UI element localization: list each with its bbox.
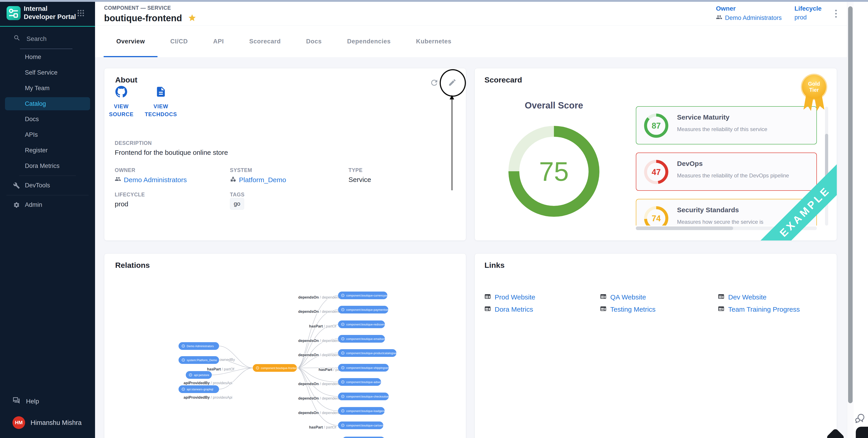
owner-field-link[interactable]: Demo Administrators [115, 176, 187, 184]
tab-kubernetes[interactable]: Kubernetes [403, 26, 464, 57]
kebab-menu-icon[interactable] [831, 9, 840, 19]
relations-card: Relations dependsOn / dependencyOfdepend… [104, 254, 466, 438]
score-item-service-maturity[interactable]: 87 Service Maturity Measures the reliabi… [636, 106, 817, 144]
sidebar-item-dora-metrics[interactable]: Dora Metrics [0, 158, 95, 174]
content-area: About VIEW SOURCE VIEW TECHDOCS DESCRIPT… [95, 57, 868, 438]
sidebar-item-my-team[interactable]: My Team [0, 80, 95, 96]
relations-graph: dependsOn / dependencyOfdependsOn / depe… [104, 254, 466, 438]
relation-node-component-boutique-shippingservice[interactable]: component:boutique-shippingservice [338, 364, 394, 372]
relation-node-api-petstore[interactable]: api:petstore [186, 371, 212, 379]
score-name: DevOps [677, 160, 703, 167]
sidebar-item-apis[interactable]: APIs [0, 127, 95, 143]
tab-api[interactable]: API [200, 26, 237, 57]
link-qa-website[interactable]: QA Website [600, 293, 718, 302]
relation-node-component-boutique-loadgenerator[interactable]: component:boutique-loadgenerator [338, 407, 392, 415]
relation-node-component-boutique-paymentservice[interactable]: component:boutique-paymentservice [338, 306, 394, 313]
sidebar-item-catalog[interactable]: Catalog [5, 97, 90, 110]
edge-label: apiProvidedBy / providesApi [184, 381, 232, 385]
score-hscrollbar-thumb[interactable] [636, 227, 733, 230]
favorite-star-icon[interactable] [188, 13, 196, 23]
view-source-button[interactable]: VIEW SOURCE [104, 86, 138, 118]
help-icon [12, 397, 20, 406]
group-icon [716, 14, 722, 22]
relation-node-component-boutique-cartservice[interactable]: component:boutique-cartservice [338, 422, 388, 429]
portal-logo[interactable] [6, 6, 21, 20]
tab-scorecard[interactable]: Scorecard [237, 26, 293, 57]
chat-widget-icon[interactable] [854, 413, 866, 425]
tab-ci-cd[interactable]: CI/CD [157, 26, 200, 57]
tab-docs[interactable]: Docs [293, 26, 335, 57]
window-top-strip [0, 0, 868, 2]
sidebar-item-help[interactable]: Help [12, 397, 39, 406]
link-prod-website[interactable]: Prod Website [484, 293, 600, 302]
corner-widget [856, 427, 868, 438]
score-name: Security Standards [677, 206, 739, 214]
about-card: About VIEW SOURCE VIEW TECHDOCS DESCRIPT… [104, 68, 466, 241]
gold-tier-badge: Gold Tier [802, 75, 826, 111]
user-menu[interactable]: HM Himanshu Mishra [12, 416, 82, 429]
relation-edge [297, 295, 338, 368]
sidebar-item-register[interactable]: Register [0, 143, 95, 158]
relation-node-center-boutique-frontend[interactable]: component:boutique-frontend [253, 364, 299, 372]
score-name: Service Maturity [677, 113, 730, 121]
link-dora-metrics[interactable]: Dora Metrics [484, 305, 600, 314]
score-list: 87 Service Maturity Measures the reliabi… [636, 106, 817, 226]
relation-node-system-platform-demo[interactable]: system:Platform_Demo [179, 356, 219, 364]
sidebar: Internal Developer Portal Search HomeSel… [0, 0, 95, 438]
header-lifecycle: Lifecycle prod [795, 5, 822, 21]
system-field-link[interactable]: Platform_Demo [230, 176, 286, 184]
lifecycle-field-value: prod [115, 200, 128, 208]
tab-overview[interactable]: Overview [104, 26, 157, 57]
sidebar-item-admin[interactable]: Admin [0, 197, 95, 213]
link-team-training-progress[interactable]: Team Training Progress [718, 305, 844, 314]
portal-title: Internal Developer Portal [24, 4, 78, 21]
relation-node-api-starwars-graphql[interactable]: api:starwars-graphql [179, 385, 219, 393]
relation-node-partial[interactable] [342, 437, 385, 438]
overall-score-label: Overall Score [509, 100, 599, 110]
relation-node-demo-administrators[interactable]: Demo Administrators [179, 342, 219, 350]
svg-text:api:petstore: api:petstore [194, 374, 209, 377]
overall-score-value: 75 [539, 157, 569, 187]
tag-chip[interactable]: go [230, 198, 244, 210]
page-title: boutique-frontend [104, 13, 182, 23]
relation-edge [297, 324, 338, 368]
relation-node-component-boutique-emailservice[interactable]: component:boutique-emailservice [338, 335, 390, 343]
sidebar-item-self-service[interactable]: Self Service [0, 65, 95, 80]
entity-header: COMPONENT — SERVICE boutique-frontend Ow… [95, 0, 868, 26]
search-underline [20, 48, 72, 49]
relation-node-component-boutique-adservice[interactable]: component:boutique-adservice [338, 378, 386, 386]
relation-edge [219, 346, 253, 368]
sidebar-item-home[interactable]: Home [0, 49, 95, 65]
svg-text:component:boutique-productcata: component:boutique-productcatalogservice [346, 352, 402, 355]
view-techdocs-button[interactable]: VIEW TECHDOCS [144, 86, 178, 118]
relation-node-component-boutique-currencyservice[interactable]: component:boutique-currencyservice [338, 292, 394, 299]
web-icon [718, 293, 724, 302]
sidebar-item-docs[interactable]: Docs [0, 111, 95, 127]
score-ring: 47 [643, 159, 670, 186]
svg-text:component:boutique-cartservice: component:boutique-cartservice [346, 424, 388, 427]
tab-dependencies[interactable]: Dependencies [335, 26, 403, 57]
relation-node-component-boutique-redisservice[interactable]: component:boutique-redisservice [338, 321, 389, 328]
sidebar-item-devtools[interactable]: DevTools [0, 178, 95, 193]
score-ring: 87 [643, 112, 670, 139]
system-icon [230, 176, 236, 184]
refresh-icon[interactable] [430, 78, 439, 87]
link-testing-metrics[interactable]: Testing Metrics [600, 305, 718, 314]
relation-node-component-boutique-productcatalogservice[interactable]: component:boutique-productcatalogservice [338, 349, 402, 357]
group-icon [115, 176, 121, 184]
breadcrumb: COMPONENT — SERVICE [104, 5, 171, 11]
annotation-arrow-line [452, 99, 452, 190]
user-name: Himanshu Mishra [31, 419, 82, 427]
owner-link[interactable]: Demo Administrators [716, 14, 782, 22]
svg-text:74: 74 [652, 214, 661, 223]
svg-text:component:boutique-shippingser: component:boutique-shippingservice [346, 366, 394, 370]
link-dev-website[interactable]: Dev Website [718, 293, 844, 302]
relation-node-component-boutique-checkoutservice[interactable]: component:boutique-checkoutservice [338, 393, 395, 400]
page-scrollbar-thumb[interactable] [848, 6, 852, 403]
apps-grid-icon[interactable] [78, 10, 84, 17]
search-input[interactable]: Search [13, 34, 46, 43]
sidebar-bottom: Help HM Himanshu Mishra [0, 384, 95, 438]
score-ring: 74 [643, 205, 670, 226]
score-item-devops[interactable]: 47 DevOps Measures the reliability of th… [636, 153, 817, 191]
lifecycle-field-label: LIFECYCLE [115, 192, 145, 198]
